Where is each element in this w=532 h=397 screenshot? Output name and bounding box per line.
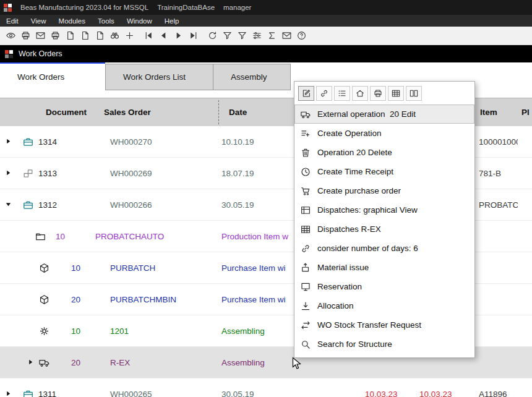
expander-icon-wrap[interactable] [0,138,12,145]
context-toolbar-table[interactable] [388,86,404,101]
expander-cell [0,358,17,367]
menu-tools[interactable]: Tools [92,17,121,25]
context-menu-item-create-operation[interactable]: Create Operation [294,124,474,143]
toolbar-button-find-binoculars[interactable] [108,29,121,43]
context-menu-item-reservation[interactable]: Reservation [294,277,474,296]
row-type-icon-cell [17,199,38,211]
context-menu-item-consider-number-of-days-6[interactable]: consider number of days: 6 [294,239,474,258]
toolbar-button-filter[interactable] [220,29,234,43]
last-record-icon [188,30,199,41]
context-toolbar-link[interactable] [316,86,332,101]
column-header-document[interactable]: Document [38,108,94,117]
toolbar-button-print[interactable] [19,29,32,43]
tab-work-orders-list[interactable]: Work Orders List [105,64,213,90]
expander-icon-wrap[interactable] [0,201,12,208]
column-header-pl[interactable]: Pl [518,108,532,117]
expander-icon-wrap[interactable] [0,390,12,397]
context-menu-item-dispatches-r-ex[interactable]: Dispatches R-EX [294,220,474,239]
menu-help[interactable]: Help [158,17,186,25]
cube-icon [38,294,50,305]
expander-collapsed-icon[interactable] [5,169,12,176]
toolbar-button-send-mail[interactable] [280,29,293,43]
column-header-date[interactable]: Date [199,108,294,117]
toolbar-button-formula[interactable] [265,29,278,43]
toolbar-button-last-record[interactable] [186,29,200,43]
expander-icon-wrap[interactable] [0,169,12,176]
context-menu-items: External operation 20 EditCreate Operati… [294,105,474,354]
context-toolbar-edit[interactable] [298,86,314,101]
tab-work-orders[interactable]: Work Orders [0,64,105,90]
menu-modules[interactable]: Modules [53,17,92,25]
panel-logo-icon [5,50,13,58]
context-menu-item-label: consider number of days: 6 [317,244,418,253]
trash-icon [300,147,311,158]
toolbar-button-file-transfer[interactable] [93,29,106,43]
context-menu-item-create-purchase-order[interactable]: Create purchase order [294,181,474,200]
table-row[interactable]: 1311WH00026530.05.1910.03.2310.03.23A118… [0,378,532,397]
cube-icon [38,262,50,274]
toolbar-button-add[interactable] [122,29,136,43]
menu-view[interactable]: View [25,17,53,25]
column-header-sales-order[interactable]: Sales Order [94,108,199,117]
toolbar-button-print-form[interactable] [48,29,62,43]
application-window: Beas Manufacturing 2023.04 for MSSQL Tra… [0,0,532,397]
toolbar-button-export-file[interactable] [63,29,77,43]
context-menu-item-external-operation-20-edit[interactable]: External operation 20 Edit [294,105,474,124]
grid-table-icon [300,224,311,235]
toolbar-button-next-record[interactable] [171,29,185,43]
transfer-icon [300,320,311,331]
row-type-icon-cell [17,262,38,274]
expander-expanded-icon[interactable] [5,201,12,208]
toolbar-button-preview-eye[interactable] [4,29,17,43]
context-toolbar-print[interactable] [370,86,386,101]
formula-icon [267,30,277,41]
context-menu-item-wo-stock-transfer-request[interactable]: WO Stock Transfer Request [294,315,474,335]
column-splitter[interactable] [218,100,219,124]
first-record-icon [144,30,154,41]
toolbar-button-mail[interactable] [33,29,47,43]
print-icon [373,88,383,98]
item-cell: 100001000 [471,137,518,147]
toolbar-button-first-record[interactable] [142,29,155,43]
menu-edit[interactable]: Edit [0,17,25,25]
work-order-icon [22,388,34,397]
toolbar-button-refresh[interactable] [205,29,219,43]
toolbar-button-settings-sliders[interactable] [250,29,264,43]
context-menu-item-material-issue[interactable]: Material issue [294,258,474,277]
item-code-cell: PURBATCH [94,263,199,273]
context-menu-item-allocation[interactable]: Allocation [294,296,474,315]
window-titlebar: Beas Manufacturing 2023.04 for MSSQL Tra… [0,0,532,15]
expander-collapsed-icon[interactable] [5,138,12,145]
toolbar-button-prev-record[interactable] [157,29,170,43]
toolbar-button-word-export[interactable] [78,29,92,43]
material-issue-icon [300,262,311,273]
context-menu-item-label: Create Operation [317,129,382,138]
columns-icon [409,88,419,98]
toolbar-button-help[interactable] [294,29,308,43]
start-date-cell: 10.03.23 [365,390,419,397]
context-toolbar-columns[interactable] [406,86,422,101]
monitor-icon [300,281,311,292]
context-menu-item-operation-20-delete[interactable]: Operation 20 Delete [294,143,474,162]
document-cell: 1312 [38,200,94,210]
date-cell: 18.07.19 [199,169,294,178]
tab-assembly[interactable]: Assembly [213,64,291,90]
context-toolbar-sort-list[interactable] [334,86,350,101]
context-menu-item-create-time-receipt[interactable]: Create Time Receipt [294,162,474,181]
expander-cell [0,137,17,147]
context-menu-item-search-for-structure[interactable]: Search for Structure [294,335,474,354]
expander-collapsed-icon[interactable] [5,390,12,397]
column-header-item[interactable]: Item [471,108,518,117]
context-menu-item-dispatches-graphical-view[interactable]: Dispatches: graphical View [294,200,474,220]
menu-window[interactable]: Window [121,17,158,25]
sort-list-icon [337,88,347,98]
context-toolbar-home[interactable] [352,86,368,101]
item-cell: A11896 [471,390,518,397]
item-code-cell: PROBATCHAUTO [94,232,199,241]
user-name: manager [223,4,251,11]
print-icon [20,30,31,41]
context-menu-item-label: Dispatches: graphical View [317,205,418,215]
context-menu-item-label: Reservation [317,282,362,291]
toolbar-button-filter-edit[interactable] [235,29,249,43]
dispatch-icon [38,357,50,369]
